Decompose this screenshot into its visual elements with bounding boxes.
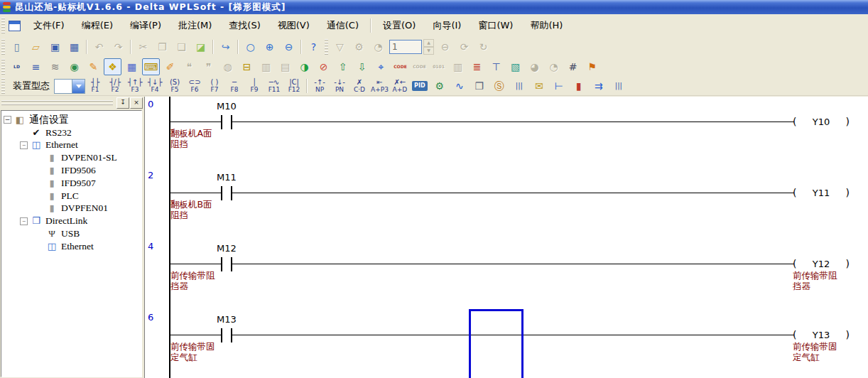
- page-spinner-value[interactable]: 1: [389, 40, 422, 54]
- tree-item-dvpen01-sl[interactable]: ▮ DVPEN01-SL: [1, 151, 141, 164]
- device-search-button[interactable]: ⚙: [350, 38, 368, 55]
- stop-monitor-button[interactable]: ⊖: [436, 38, 454, 55]
- goto-step-button[interactable]: ↪: [217, 38, 234, 55]
- forced-device-button[interactable]: ▥: [449, 58, 467, 75]
- undo-button[interactable]: ↶: [90, 38, 108, 55]
- save-button[interactable]: ▣: [46, 38, 64, 55]
- output-coil[interactable]: ( Y11 ): [793, 187, 850, 198]
- graph-monitor-button[interactable]: ▧: [506, 58, 524, 75]
- sfc-view-button[interactable]: ❖: [104, 58, 121, 75]
- menu-search[interactable]: 查找(S): [220, 15, 268, 36]
- tree-item-directlink[interactable]: − ❒ DirectLink: [1, 215, 141, 227]
- toolbar-grip[interactable]: [1, 59, 5, 75]
- contact-device[interactable]: M13: [198, 314, 255, 325]
- ladder-search-button[interactable]: ▽: [331, 38, 349, 55]
- output-coil[interactable]: ( Y10 ): [793, 116, 850, 127]
- zoom-monitor-button[interactable]: ◕: [526, 58, 543, 75]
- menu-wizard[interactable]: 向导(I): [424, 15, 470, 36]
- menu-help[interactable]: 帮助(H): [521, 15, 571, 36]
- menu-comment[interactable]: 批注(M): [170, 15, 220, 36]
- delete-row-button[interactable]: ✗← A+D: [391, 77, 409, 94]
- s-curve-wizard-button[interactable]: Ⓢ: [490, 77, 509, 94]
- tree-item-ethernet2[interactable]: ◫ Ethernet: [1, 240, 141, 253]
- wave-wizard-button[interactable]: ∿: [450, 77, 469, 94]
- device-monitor-button[interactable]: 0101: [430, 58, 447, 75]
- communication-button[interactable]: ⌖: [372, 58, 390, 75]
- module-config-button[interactable]: ▥: [257, 58, 275, 75]
- monitor-mode-button[interactable]: ◉: [65, 58, 83, 75]
- edit-comment-button[interactable]: ✎: [85, 58, 102, 75]
- upload-button[interactable]: ⇧: [334, 58, 352, 75]
- tree-item-comm-settings[interactable]: − ◧ 通信设置: [1, 114, 141, 126]
- refresh-button[interactable]: ⟳: [455, 38, 473, 55]
- contact-device[interactable]: M11: [198, 172, 255, 183]
- mail-wizard-button[interactable]: ✉: [530, 77, 548, 94]
- contact-rising-button[interactable]: ┤↑├ F3: [126, 77, 144, 94]
- simulator-button[interactable]: ⚑: [583, 58, 601, 75]
- spin-down-icon[interactable]: ▼: [423, 47, 434, 55]
- toolbar-grip[interactable]: [1, 78, 5, 94]
- toolbar-grip[interactable]: [1, 39, 5, 55]
- highlight-button[interactable]: ✐: [161, 58, 179, 75]
- tree-item-usb[interactable]: Ψ USB: [1, 227, 141, 240]
- transfer-wizard-button[interactable]: ⇉: [590, 77, 608, 94]
- set-coil-button[interactable]: (S) F5: [166, 77, 184, 94]
- device-comment-button[interactable]: ❝: [180, 58, 198, 75]
- stop-button[interactable]: ⊘: [315, 58, 332, 75]
- ladder-to-code-button[interactable]: CODE: [391, 58, 409, 75]
- tree-item-ethernet[interactable]: − ◫ Ethernet: [1, 139, 141, 152]
- tree-item-plc[interactable]: ▮ PLC: [1, 190, 141, 202]
- dock-header[interactable]: ↧ ×: [1, 97, 143, 109]
- set-value-button[interactable]: ⊤: [487, 58, 505, 75]
- vertical-line-button[interactable]: │ F9: [245, 77, 264, 94]
- menu-view[interactable]: 视图(V): [269, 15, 318, 36]
- instruction-table-button[interactable]: ▦: [123, 58, 141, 75]
- zoom-monitor2-button[interactable]: ◔: [545, 58, 563, 75]
- page-spinner[interactable]: 1 ▲ ▼: [389, 39, 434, 55]
- open-button[interactable]: ▱: [27, 38, 45, 55]
- ladder-edit-button[interactable]: ⌨: [142, 58, 160, 75]
- branch-wizard-button[interactable]: ⊢: [550, 77, 568, 94]
- insert-row-button[interactable]: ⇤ A+P3: [370, 77, 389, 94]
- copy-button[interactable]: ❐: [153, 38, 171, 55]
- expander-icon[interactable]: −: [20, 217, 28, 225]
- ladder-window-icon[interactable]: [9, 21, 21, 31]
- comment-mode-button[interactable]: ≋: [46, 58, 64, 75]
- contact-device[interactable]: M10: [198, 101, 255, 112]
- redo-button[interactable]: ↷: [109, 38, 127, 55]
- titlebar[interactable]: 昆山还旭-贴标机V1.6.6 - Delta WPLSoft - [梯形图模式]: [0, 0, 868, 14]
- zoom-out-button[interactable]: ⊖: [280, 38, 298, 55]
- new-button[interactable]: ▯: [8, 38, 26, 55]
- application-instruction-button[interactable]: ( ) F7: [205, 77, 224, 94]
- network-config-button[interactable]: #: [564, 58, 582, 75]
- expander-icon[interactable]: −: [4, 116, 11, 124]
- menu-program[interactable]: 编程(E): [73, 15, 121, 36]
- output-coil[interactable]: ( Y13 ): [793, 329, 850, 340]
- inverse-logic-button[interactable]: ─∿ F11: [265, 77, 283, 94]
- menu-file[interactable]: 文件(F): [25, 15, 73, 36]
- close-icon[interactable]: ×: [130, 97, 143, 109]
- device-table-button[interactable]: ▤: [276, 58, 294, 75]
- wizard-gear-button[interactable]: ⚙: [430, 77, 449, 94]
- table2-wizard-button[interactable]: |||: [609, 77, 628, 94]
- horizontal-line-button[interactable]: ─ F8: [225, 77, 244, 94]
- compile-button[interactable]: ◑: [295, 58, 313, 75]
- resume-button[interactable]: ↻: [474, 38, 492, 55]
- menubar-grip[interactable]: [1, 18, 5, 33]
- table-wizard-button[interactable]: |||: [510, 77, 528, 94]
- temperature-wizard-button[interactable]: ▮: [570, 77, 588, 94]
- pin-icon[interactable]: ↧: [116, 97, 129, 109]
- instruction-mode-button[interactable]: LD: [8, 58, 26, 75]
- chevron-down-icon[interactable]: [72, 80, 85, 93]
- tree-item-dvpfen01[interactable]: ▮ DVPFEN01: [1, 202, 141, 215]
- delete-vertical-button[interactable]: ✗ C·D: [350, 77, 369, 94]
- register-editor-button[interactable]: ≣: [468, 58, 486, 75]
- menu-options[interactable]: 设置(O): [374, 15, 424, 36]
- contact-device[interactable]: M12: [198, 243, 255, 254]
- output-coil[interactable]: ( Y12 ): [793, 258, 850, 269]
- menu-window[interactable]: 窗口(W): [470, 15, 521, 36]
- expander-icon[interactable]: −: [20, 141, 28, 149]
- save-all-button[interactable]: ▦: [65, 38, 83, 55]
- zoom-button[interactable]: ○: [242, 38, 259, 55]
- segment-comment-button[interactable]: ❞: [200, 58, 217, 75]
